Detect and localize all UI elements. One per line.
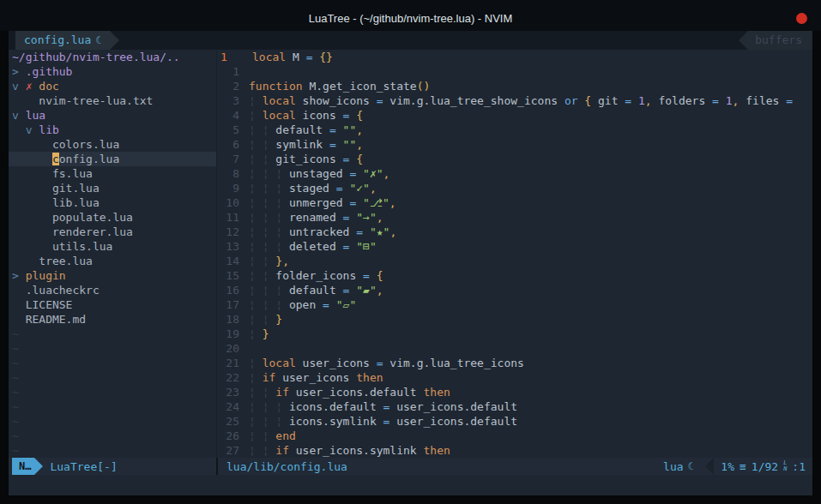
- code-text: ¦ ¦ folder_icons = {: [249, 268, 383, 283]
- code-line[interactable]: 26¦ ¦ end: [217, 429, 812, 443]
- code-line[interactable]: 24¦ ¦ ¦ icons.default = user_icons.defau…: [217, 399, 812, 414]
- code-text: ¦ }: [249, 327, 269, 341]
- code-line[interactable]: 20: [217, 341, 812, 356]
- code-line[interactable]: 16¦ ¦ ¦ default = "▰",: [217, 283, 812, 297]
- text-segment: ¦ ¦: [249, 444, 275, 457]
- tree-row-doc[interactable]: v ✗ doc: [9, 79, 216, 93]
- tilde-row[interactable]: ~: [9, 443, 216, 458]
- code-text: ¦ ¦ ¦ staged = "✓",: [249, 181, 377, 195]
- code-line[interactable]: 3¦ local show_icons = vim.g.lua_tree_sho…: [217, 93, 812, 108]
- text-segment: =: [377, 357, 383, 369]
- tilde-row[interactable]: ~: [9, 429, 216, 443]
- code-text: ¦ ¦ ¦ untracked = "★",: [249, 225, 396, 239]
- text-segment: ,: [383, 167, 390, 180]
- tree-row-colors-lua[interactable]: colors.lua: [9, 137, 216, 152]
- tree-row-git-lua[interactable]: git.lua: [9, 181, 216, 195]
- tree-row-config-lua[interactable]: config.lua: [9, 152, 216, 166]
- tilde-row[interactable]: ~: [9, 414, 216, 429]
- code-line[interactable]: 21¦ local user_icons = vim.g.lua_tree_ic…: [217, 356, 812, 370]
- text-segment: .luacheckrc: [12, 284, 100, 297]
- code-line[interactable]: 7¦ ¦ git_icons = {: [217, 152, 812, 166]
- code-text: ¦ ¦ if user_icons.default then: [249, 385, 450, 399]
- text-segment: ¦ ¦: [249, 386, 275, 399]
- tilde-row[interactable]: ~: [9, 356, 216, 370]
- code-line[interactable]: 2function M.get_icon_state(): [217, 79, 812, 93]
- code-line[interactable]: 1local M = {}: [217, 50, 812, 64]
- line-number: 2: [217, 79, 241, 93]
- code-line[interactable]: 1: [217, 64, 812, 79]
- text-segment: local: [263, 357, 296, 369]
- code-line[interactable]: 4¦ local icons = {: [217, 108, 812, 123]
- text-segment: [370, 269, 377, 282]
- text-segment: git.lua: [12, 182, 100, 195]
- code-text: ¦ ¦ ¦ icons.default = user_icons.default: [249, 399, 517, 414]
- tilde-row[interactable]: ~: [9, 370, 216, 385]
- code-line[interactable]: 17¦ ¦ ¦ open = "▱": [217, 297, 812, 312]
- text-segment: open: [289, 298, 323, 311]
- tilde-row[interactable]: ~: [9, 385, 216, 399]
- line-number: 18: [217, 312, 241, 327]
- line-position: 1/92: [752, 460, 778, 473]
- code-line[interactable]: 11¦ ¦ ¦ renamed = "→",: [217, 210, 812, 225]
- scroll-percent: 1%: [721, 460, 734, 473]
- code-line[interactable]: 5¦ ¦ default = "",: [217, 123, 812, 137]
- text-segment: function: [249, 80, 303, 93]
- tree-row-renderer-lua[interactable]: renderer.lua: [9, 225, 216, 239]
- text-segment: "": [343, 123, 357, 136]
- tree-row-readme[interactable]: README.md: [9, 312, 216, 327]
- code-line[interactable]: 8¦ ¦ ¦ unstaged = "✗",: [217, 166, 812, 181]
- code-line[interactable]: 22¦ if user_icons then: [217, 370, 812, 385]
- statusline-buffer-name: LuaTree[-]: [50, 460, 117, 473]
- text-segment: or: [564, 94, 578, 107]
- code-line[interactable]: 12¦ ¦ ¦ untracked = "★",: [217, 225, 812, 239]
- code-line[interactable]: 13¦ ¦ ¦ deleted = "⊟": [217, 239, 812, 254]
- code-line[interactable]: 15¦ ¦ folder_icons = {: [217, 268, 812, 283]
- tree-row-plugin[interactable]: > plugin: [9, 268, 216, 283]
- tree-row-github[interactable]: > .github: [9, 64, 216, 79]
- text-segment: user_icons.default: [389, 415, 517, 428]
- tree-row-lua[interactable]: v lua: [9, 108, 216, 123]
- code-line[interactable]: 27¦ ¦ if user_icons.symlink then: [217, 443, 812, 458]
- command-line[interactable]: [9, 475, 812, 495]
- tilde-row[interactable]: ~: [9, 399, 216, 414]
- text-segment: then: [424, 386, 450, 399]
- code-line[interactable]: 9¦ ¦ ¦ staged = "✓",: [217, 181, 812, 195]
- text-segment: user_icons: [275, 371, 356, 384]
- tree-row-populate-lua[interactable]: populate.lua: [9, 210, 216, 225]
- code-text: ¦ local icons = {: [249, 108, 363, 123]
- tree-row-tree-lua[interactable]: tree.lua: [9, 254, 216, 268]
- text-segment: ,: [377, 211, 383, 224]
- text-segment: user_icons: [296, 357, 377, 369]
- buffers-section[interactable]: buffers: [748, 31, 812, 50]
- tree-row-lib-lua[interactable]: lib.lua: [9, 195, 216, 210]
- text-segment: ¦ ¦: [249, 153, 275, 165]
- tree-root-path[interactable]: ~/github/nvim-tree.lua/..: [9, 50, 216, 64]
- code-line[interactable]: 14¦ ¦ },: [217, 254, 812, 268]
- text-segment: ,: [377, 284, 383, 297]
- tree-row-nvim-tree-lua-txt[interactable]: nvim-tree-lua.txt: [9, 93, 216, 108]
- text-segment: v: [26, 123, 39, 136]
- text-segment: then: [424, 444, 450, 457]
- tree-row-license[interactable]: LICENSE: [9, 297, 216, 312]
- code-line[interactable]: 23¦ ¦ if user_icons.default then: [217, 385, 812, 399]
- code-line[interactable]: 10¦ ¦ ¦ unmerged = "⎇",: [217, 195, 812, 210]
- tilde-row[interactable]: ~: [9, 327, 216, 341]
- tree-row-utils-lua[interactable]: utils.lua: [9, 239, 216, 254]
- tree-row-fs-lua[interactable]: fs.lua: [9, 166, 216, 181]
- line-number: 6: [217, 137, 241, 152]
- tab-config-lua[interactable]: config.lua ☾: [15, 31, 110, 50]
- code-line[interactable]: 19¦ }: [217, 327, 812, 341]
- tree-row-luacheckrc[interactable]: .luacheckrc: [9, 283, 216, 297]
- line-number: 5: [217, 123, 241, 137]
- code-line[interactable]: 6¦ ¦ symlink = "",: [217, 137, 812, 152]
- tree-row-lib[interactable]: v lib: [9, 123, 216, 137]
- text-segment: default: [275, 123, 329, 136]
- text-segment: if: [275, 386, 289, 399]
- text-segment: ¦: [249, 357, 263, 369]
- code-line[interactable]: 18¦ ¦ }: [217, 312, 812, 327]
- close-button[interactable]: [796, 13, 807, 24]
- text-segment: ~: [12, 400, 19, 413]
- tilde-row[interactable]: ~: [9, 341, 216, 356]
- line-number: 26: [217, 429, 241, 443]
- code-line[interactable]: 25¦ ¦ ¦ icons.symlink = user_icons.defau…: [217, 414, 812, 429]
